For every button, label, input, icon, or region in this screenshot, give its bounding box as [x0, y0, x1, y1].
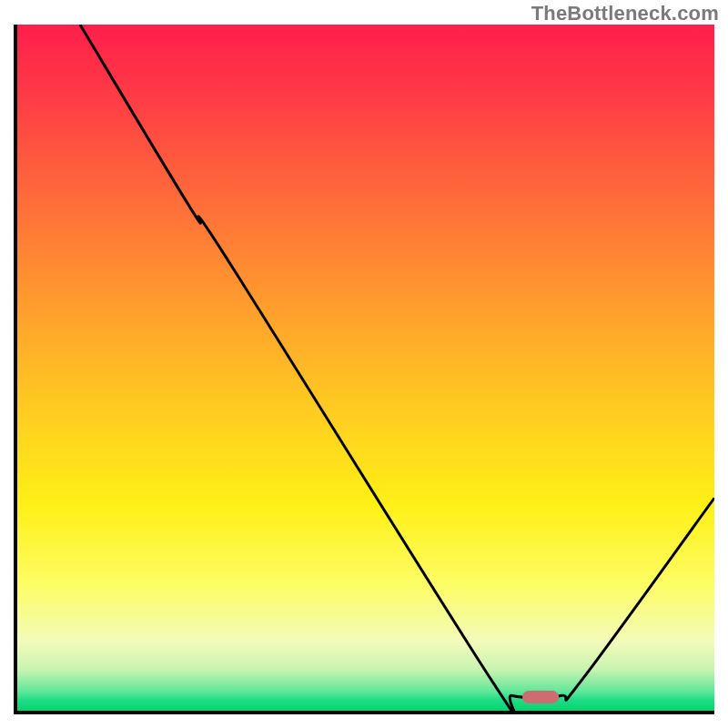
curve-layer: [17, 25, 714, 711]
optimal-marker: [522, 691, 559, 703]
bottleneck-curve: [80, 25, 714, 711]
chart-stage: TheBottleneck.com: [0, 0, 728, 728]
watermark-text: TheBottleneck.com: [531, 2, 719, 25]
plot-area: [14, 25, 714, 714]
